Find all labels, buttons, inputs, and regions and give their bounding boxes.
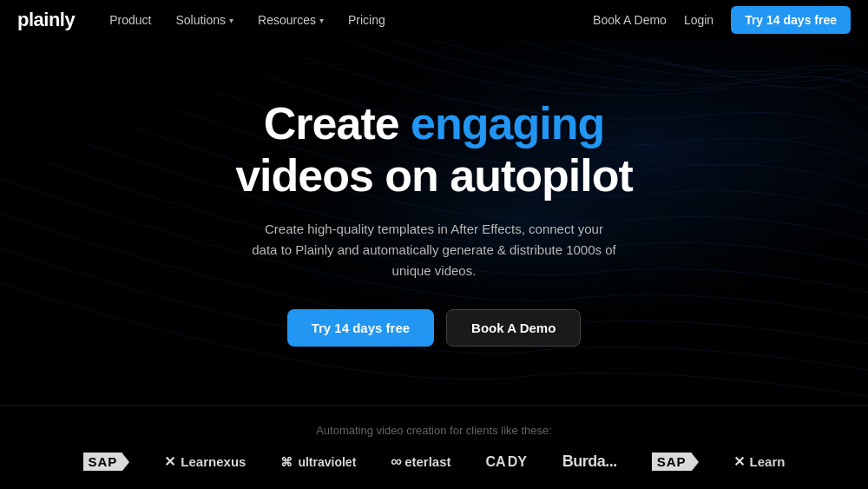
learnexus-name: Learnexus: [181, 454, 246, 469]
sap-arrow-icon-2: [692, 453, 699, 471]
nav-try-free-button[interactable]: Try 14 days free: [731, 6, 851, 34]
list-item: CA DY: [486, 455, 528, 469]
eterlast-name: eterlast: [404, 454, 450, 469]
hero-title-plain: Create: [264, 98, 411, 149]
hero-section: Create engaging videos on autopilot Crea…: [0, 40, 868, 405]
list-item: SAP: [83, 453, 130, 471]
nav-pricing[interactable]: Pricing: [348, 13, 385, 27]
burda-name: Burda...: [562, 453, 617, 471]
list-item: ✕ Learnexus: [164, 453, 246, 470]
navbar: plainly Product Solutions ▾ Resources ▾ …: [0, 0, 868, 40]
nav-login[interactable]: Login: [684, 13, 713, 27]
cady-logo: CA DY: [486, 455, 528, 469]
chevron-down-icon: ▾: [319, 16, 324, 25]
sap-logo: SAP: [83, 453, 123, 471]
hero-subtitle: Create high-quality templates in After E…: [252, 219, 616, 281]
nav-product[interactable]: Product: [109, 13, 151, 27]
site-logo[interactable]: plainly: [17, 9, 75, 31]
ultraviolet-icon: ⌘: [280, 455, 293, 469]
learnexus-icon: ✕: [164, 453, 175, 470]
hero-buttons: Try 14 days free Book A Demo: [235, 309, 633, 347]
hero-try-free-button[interactable]: Try 14 days free: [287, 309, 434, 347]
list-item: SAP: [652, 453, 699, 471]
learnexus-icon-2: ✕: [733, 453, 745, 470]
list-item: ∞ eterlast: [391, 453, 450, 471]
clients-logos: SAP ✕ Learnexus ⌘ ultraviolet ∞ eterlast…: [83, 453, 786, 471]
hero-book-demo-button[interactable]: Book A Demo: [446, 309, 581, 347]
list-item: Burda...: [562, 453, 617, 471]
list-item: ✕ Learn: [733, 453, 786, 470]
learnexus-name-2: Learn: [750, 454, 786, 469]
nav-solutions[interactable]: Solutions ▾: [175, 13, 233, 27]
clients-label: Automating video creation for clients li…: [316, 424, 552, 437]
eterlast-icon: ∞: [391, 453, 400, 471]
sap-arrow-icon: [122, 453, 129, 471]
clients-section: Automating video creation for clients li…: [0, 405, 868, 489]
nav-links: Product Solutions ▾ Resources ▾ Pricing: [109, 13, 593, 27]
ultraviolet-name: ultraviolet: [298, 455, 356, 469]
hero-title-rest: videos on autopilot: [235, 150, 633, 201]
hero-title-highlight: engaging: [411, 98, 604, 149]
chevron-down-icon: ▾: [229, 16, 233, 25]
list-item: ⌘ ultraviolet: [280, 455, 356, 469]
nav-book-demo[interactable]: Book A Demo: [593, 13, 667, 27]
nav-resources[interactable]: Resources ▾: [258, 13, 324, 27]
hero-content: Create engaging videos on autopilot Crea…: [235, 98, 633, 347]
hero-title: Create engaging videos on autopilot: [235, 98, 633, 202]
sap-logo-2: SAP: [652, 453, 692, 471]
nav-right: Book A Demo Login Try 14 days free: [593, 6, 851, 34]
